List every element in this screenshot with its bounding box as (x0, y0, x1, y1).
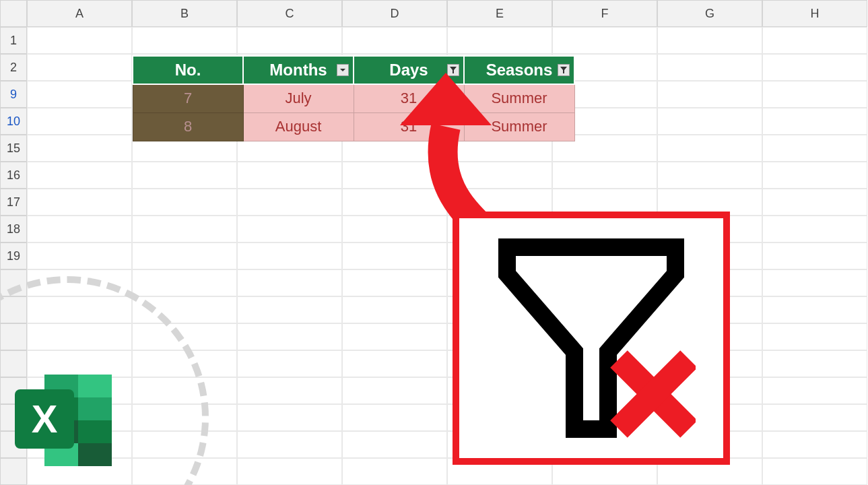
cell[interactable] (237, 162, 342, 189)
cell[interactable] (762, 404, 867, 431)
cell[interactable] (237, 404, 342, 431)
cell[interactable] (237, 27, 342, 54)
column-header-b[interactable]: B (132, 0, 237, 27)
column-header-d[interactable]: D (342, 0, 447, 27)
row-header[interactable] (0, 269, 27, 296)
select-all-corner[interactable] (0, 0, 27, 27)
cell[interactable] (237, 377, 342, 404)
cell[interactable] (237, 269, 342, 296)
column-header-e[interactable]: E (447, 0, 552, 27)
cell[interactable] (27, 162, 132, 189)
cell[interactable] (237, 323, 342, 350)
cell[interactable] (132, 296, 237, 323)
cell[interactable] (762, 296, 867, 323)
filter-active-icon[interactable] (447, 64, 459, 76)
table-header-days[interactable]: Days (354, 56, 464, 84)
cell[interactable] (447, 27, 552, 54)
cell[interactable] (762, 243, 867, 269)
table-cell-days[interactable]: 31 (354, 84, 464, 112)
cell[interactable] (762, 323, 867, 350)
cell[interactable] (342, 296, 447, 323)
cell[interactable] (342, 189, 447, 216)
cell[interactable] (657, 135, 762, 162)
cell[interactable] (762, 216, 867, 243)
cell[interactable] (27, 81, 132, 108)
cell[interactable] (237, 243, 342, 269)
cell[interactable] (657, 27, 762, 54)
row-header-19[interactable]: 19 (0, 243, 27, 269)
cell[interactable] (447, 162, 552, 189)
cell[interactable] (132, 162, 237, 189)
cell[interactable] (27, 269, 132, 296)
cell[interactable] (552, 27, 657, 54)
cell[interactable] (132, 269, 237, 296)
cell[interactable] (132, 404, 237, 431)
cell[interactable] (237, 189, 342, 216)
table-header-no[interactable]: No. (133, 56, 243, 84)
cell[interactable] (27, 243, 132, 269)
row-header[interactable] (0, 323, 27, 350)
cell[interactable] (342, 404, 447, 431)
cell[interactable] (762, 162, 867, 189)
table-cell-days[interactable]: 31 (354, 112, 464, 141)
row-header-16[interactable]: 16 (0, 162, 27, 189)
cell[interactable] (762, 54, 867, 81)
cell[interactable] (132, 377, 237, 404)
filter-active-icon[interactable] (558, 64, 570, 76)
table-cell-month[interactable]: July (243, 84, 354, 112)
cell[interactable] (27, 189, 132, 216)
table-cell-no[interactable]: 7 (133, 84, 243, 112)
cell[interactable] (762, 135, 867, 162)
cell[interactable] (27, 108, 132, 135)
table-cell-month[interactable]: August (243, 112, 354, 141)
column-header-g[interactable]: G (657, 0, 762, 27)
row-header-10[interactable]: 10 (0, 108, 27, 135)
column-header-c[interactable]: C (237, 0, 342, 27)
cell[interactable] (132, 431, 237, 458)
cell[interactable] (27, 135, 132, 162)
cell[interactable] (237, 458, 342, 485)
cell[interactable] (132, 189, 237, 216)
column-header-a[interactable]: A (27, 0, 132, 27)
cell[interactable] (762, 27, 867, 54)
cell[interactable] (342, 350, 447, 377)
row-header-2[interactable]: 2 (0, 54, 27, 81)
cell[interactable] (342, 162, 447, 189)
cell[interactable] (237, 216, 342, 243)
cell[interactable] (762, 189, 867, 216)
table-cell-season[interactable]: Summer (464, 112, 574, 141)
cell[interactable] (27, 296, 132, 323)
cell[interactable] (132, 216, 237, 243)
cell[interactable] (237, 350, 342, 377)
table-header-seasons[interactable]: Seasons (464, 56, 574, 84)
cell[interactable] (342, 269, 447, 296)
cell[interactable] (132, 323, 237, 350)
table-cell-season[interactable]: Summer (464, 84, 574, 112)
cell[interactable] (762, 108, 867, 135)
cell[interactable] (762, 431, 867, 458)
cell[interactable] (132, 27, 237, 54)
cell[interactable] (762, 377, 867, 404)
row-header-1[interactable]: 1 (0, 27, 27, 54)
cell[interactable] (657, 108, 762, 135)
cell[interactable] (657, 81, 762, 108)
table-cell-no[interactable]: 8 (133, 112, 243, 141)
cell[interactable] (237, 296, 342, 323)
cell[interactable] (342, 243, 447, 269)
cell[interactable] (132, 243, 237, 269)
row-header[interactable] (0, 296, 27, 323)
cell[interactable] (762, 81, 867, 108)
cell[interactable] (27, 54, 132, 81)
cell[interactable] (762, 269, 867, 296)
column-header-h[interactable]: H (762, 0, 867, 27)
cell[interactable] (342, 458, 447, 485)
cell[interactable] (342, 377, 447, 404)
cell[interactable] (657, 162, 762, 189)
cell[interactable] (342, 27, 447, 54)
column-header-f[interactable]: F (552, 0, 657, 27)
filter-dropdown-icon[interactable] (337, 64, 349, 76)
cell[interactable] (27, 216, 132, 243)
cell[interactable] (132, 458, 237, 485)
cell[interactable] (342, 431, 447, 458)
table-header-months[interactable]: Months (243, 56, 354, 84)
